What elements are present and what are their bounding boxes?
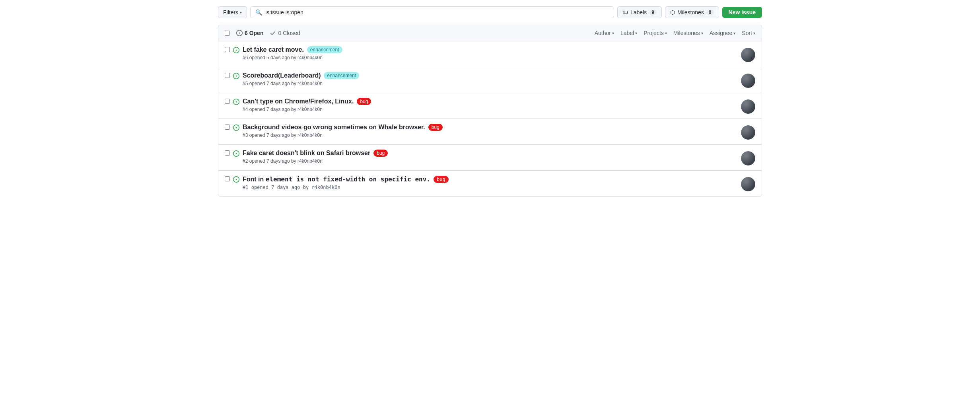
milestone-icon: ⬡ [670, 9, 675, 16]
new-issue-label: New issue [729, 9, 756, 16]
issue-label[interactable]: bug [373, 150, 388, 157]
open-issue-icon [233, 176, 239, 184]
sort-label: Sort [742, 30, 752, 36]
issue-meta: #5 opened 7 days ago by r4k0nb4k0n [243, 81, 738, 86]
sort-filter[interactable]: Sort ▾ [742, 30, 755, 36]
issue-meta: #2 opened 7 days ago by r4k0nb4k0n [243, 158, 738, 164]
issue-title-row: Let fake caret move. enhancement [243, 46, 738, 53]
issues-header-right: Author ▾ Label ▾ Projects ▾ Milestones ▾… [595, 30, 755, 36]
issue-title[interactable]: Font in element is not fixed-width on sp… [243, 175, 430, 183]
assignee-chevron-icon: ▾ [733, 31, 735, 35]
issue-checkbox[interactable] [225, 47, 230, 52]
issue-content: Fake caret doesn't blink on Safari brows… [243, 150, 738, 164]
table-row: Background videos go wrong sometimes on … [218, 119, 762, 145]
open-issue-icon [233, 47, 239, 54]
user-avatar [741, 74, 755, 88]
open-count[interactable]: 6 Open [236, 30, 263, 36]
issues-header: 6 Open 0 Closed Author ▾ Label ▾ [218, 25, 762, 41]
issue-content: Scoreboard(Leaderboard) enhancement #5 o… [243, 72, 738, 86]
labels-button[interactable]: 🏷 Labels 9 [617, 6, 662, 18]
issue-title-row: Fake caret doesn't blink on Safari brows… [243, 150, 738, 157]
issue-meta: #1 opened 7 days ago by r4k0nb4k0n [243, 185, 738, 190]
toolbar: Filters ▾ 🔍 🏷 Labels 9 ⬡ Milestones 0 Ne… [218, 6, 762, 18]
issue-checkbox[interactable] [225, 150, 230, 156]
issue-checkbox[interactable] [225, 73, 230, 78]
sort-chevron-icon: ▾ [753, 31, 755, 35]
issue-checkbox[interactable] [225, 125, 230, 130]
avatar [741, 125, 755, 140]
assignee-filter[interactable]: Assignee ▾ [710, 30, 736, 36]
issue-content: Let fake caret move. enhancement #6 open… [243, 46, 738, 60]
open-issue-icon [233, 99, 239, 106]
issue-title-row: Scoreboard(Leaderboard) enhancement [243, 72, 738, 79]
search-input[interactable] [265, 9, 609, 16]
issue-checkbox[interactable] [225, 176, 230, 181]
issue-title-row: Background videos go wrong sometimes on … [243, 124, 738, 131]
milestones-chevron-icon: ▾ [701, 31, 703, 35]
check-icon [270, 30, 276, 36]
issue-content: Can't type on Chrome/Firefox, Linux. bug… [243, 98, 738, 112]
table-row: Font in element is not fixed-width on sp… [218, 171, 762, 196]
assignee-label: Assignee [710, 30, 733, 36]
milestones-filter-label: Milestones [673, 30, 700, 36]
user-avatar [741, 177, 755, 191]
table-row: Fake caret doesn't blink on Safari brows… [218, 145, 762, 171]
tag-icon: 🏷 [622, 9, 628, 16]
issue-content: Background videos go wrong sometimes on … [243, 124, 738, 138]
open-count-label: 6 Open [245, 30, 263, 36]
milestones-count: 0 [706, 10, 714, 15]
open-issue-icon [233, 125, 239, 132]
user-avatar [741, 48, 755, 62]
avatar [741, 177, 755, 191]
table-row: Scoreboard(Leaderboard) enhancement #5 o… [218, 67, 762, 93]
user-avatar [741, 99, 755, 114]
label-chevron-icon: ▾ [635, 31, 637, 35]
issue-title-row: Can't type on Chrome/Firefox, Linux. bug [243, 98, 738, 105]
labels-label: Labels [630, 9, 647, 16]
milestones-filter[interactable]: Milestones ▾ [673, 30, 703, 36]
issue-title[interactable]: Scoreboard(Leaderboard) [243, 72, 321, 79]
issue-label[interactable]: enhancement [307, 46, 342, 53]
projects-filter[interactable]: Projects ▾ [644, 30, 667, 36]
filters-label: Filters [223, 9, 238, 16]
projects-chevron-icon: ▾ [665, 31, 667, 35]
issue-checkbox[interactable] [225, 99, 230, 104]
open-issue-icon [236, 30, 243, 36]
issues-list: Let fake caret move. enhancement #6 open… [218, 41, 762, 196]
issue-label[interactable]: bug [434, 176, 449, 183]
user-avatar [741, 151, 755, 165]
closed-count-label: 0 Closed [278, 30, 300, 36]
avatar [741, 151, 755, 165]
user-avatar [741, 125, 755, 140]
issue-label[interactable]: bug [357, 98, 371, 105]
label-filter[interactable]: Label ▾ [620, 30, 637, 36]
issue-meta: #4 opened 7 days ago by r4k0nb4k0n [243, 107, 738, 112]
table-row: Let fake caret move. enhancement #6 open… [218, 41, 762, 67]
issues-header-left: 6 Open 0 Closed [225, 30, 588, 36]
avatar [741, 99, 755, 114]
issue-title-row: Font in element is not fixed-width on sp… [243, 175, 738, 183]
avatar [741, 74, 755, 88]
issue-meta: #6 opened 5 days ago by r4k0nb4k0n [243, 55, 738, 60]
select-all-checkbox[interactable] [225, 31, 230, 36]
open-issue-icon [233, 73, 239, 80]
issue-label[interactable]: bug [428, 124, 443, 131]
issue-content: Font in element is not fixed-width on sp… [243, 175, 738, 190]
issues-container: 6 Open 0 Closed Author ▾ Label ▾ [218, 25, 762, 197]
issue-meta: #3 opened 7 days ago by r4k0nb4k0n [243, 132, 738, 138]
search-icon: 🔍 [255, 9, 262, 16]
issue-title[interactable]: Can't type on Chrome/Firefox, Linux. [243, 98, 354, 105]
avatar [741, 48, 755, 62]
author-filter[interactable]: Author ▾ [595, 30, 614, 36]
labels-count: 9 [649, 10, 657, 15]
issue-title[interactable]: Fake caret doesn't blink on Safari brows… [243, 150, 370, 157]
issue-title[interactable]: Let fake caret move. [243, 46, 304, 53]
milestones-button[interactable]: ⬡ Milestones 0 [665, 6, 719, 18]
new-issue-button[interactable]: New issue [722, 7, 762, 18]
issue-label[interactable]: enhancement [324, 72, 359, 79]
author-label: Author [595, 30, 611, 36]
closed-count[interactable]: 0 Closed [270, 30, 300, 36]
issue-title[interactable]: Background videos go wrong sometimes on … [243, 124, 425, 131]
open-issue-icon [233, 150, 239, 158]
filters-button[interactable]: Filters ▾ [218, 6, 247, 18]
